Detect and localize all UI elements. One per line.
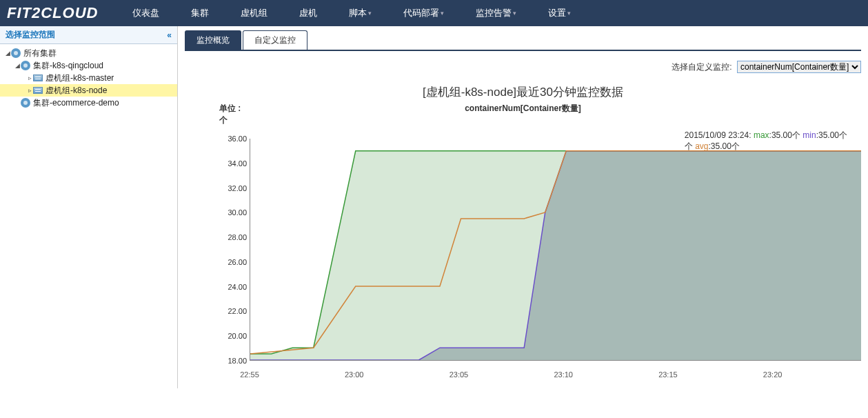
tab-bar: 监控概览 自定义监控 — [185, 30, 861, 51]
tree-label: 虚机组-k8s-master — [46, 72, 114, 84]
collapse-icon[interactable]: « — [167, 30, 172, 40]
chart-unit-label: 单位 : 个 — [185, 103, 247, 126]
group-icon — [33, 87, 43, 94]
cluster-icon — [11, 48, 21, 58]
x-tick: 23:05 — [450, 370, 469, 379]
chart-area: 2015/10/09 23:24: max:35.00个 min:35.00个 … — [219, 126, 861, 381]
brand-logo: FIT2CLOUD — [7, 4, 98, 22]
chart-title: [虚机组-k8s-node]最近30分钟监控数据 — [185, 80, 861, 103]
x-tick: 23:00 — [345, 370, 364, 379]
tree-node-root[interactable]: ◢ 所有集群 — [0, 47, 177, 59]
y-tick: 30.00 — [219, 208, 247, 217]
metric-selector-label: 选择自定义监控: — [672, 62, 731, 72]
spacer-icon — [14, 99, 21, 106]
y-tick: 36.00 — [219, 135, 247, 143]
tree-label: 集群-ecommerce-demo — [33, 97, 119, 109]
cluster-icon — [21, 98, 30, 108]
nav-设置[interactable]: 设置▾ — [534, 7, 585, 19]
tree-node-group-k8s-master[interactable]: ▹ 虚机组-k8s-master — [0, 72, 177, 84]
tree-node-cluster-k8s-qingcloud[interactable]: ◢ 集群-k8s-qingcloud — [0, 59, 177, 72]
metric-selector[interactable]: containerNum[Container数量] — [737, 61, 861, 73]
y-tick: 20.00 — [219, 332, 247, 340]
y-tick: 32.00 — [219, 184, 247, 192]
nav-监控告警[interactable]: 监控告警▾ — [462, 7, 530, 19]
metric-selector-row: 选择自定义监控: containerNum[Container数量] — [185, 58, 861, 80]
chart-series-label: containerNum[Container数量] — [247, 103, 799, 126]
x-tick: 23:20 — [763, 370, 783, 379]
nav-脚本[interactable]: 脚本▾ — [335, 7, 385, 19]
nav-代码部署[interactable]: 代码部署▾ — [390, 7, 458, 19]
chevron-down-icon: ▾ — [567, 10, 571, 17]
top-nav: FIT2CLOUD 仪表盘集群虚机组虚机脚本▾代码部署▾监控告警▾设置▾ — [0, 0, 868, 26]
y-tick: 28.00 — [219, 233, 247, 241]
x-tick: 23:10 — [554, 370, 573, 379]
expand-icon[interactable]: ◢ — [4, 50, 11, 57]
cluster-icon — [21, 61, 30, 70]
tab-overview[interactable]: 监控概览 — [185, 30, 241, 50]
tree-label: 虚机组-k8s-node — [46, 85, 107, 97]
chevron-down-icon: ▾ — [368, 10, 372, 17]
tree-node-cluster-ecommerce-demo[interactable]: 集群-ecommerce-demo — [0, 97, 177, 109]
chevron-down-icon: ▾ — [513, 10, 516, 17]
tree-node-group-k8s-node[interactable]: ▹ 虚机组-k8s-node — [0, 84, 177, 97]
tab-custom[interactable]: 自定义监控 — [243, 30, 307, 50]
expand-icon[interactable]: ▹ — [26, 87, 33, 94]
nav-虚机[interactable]: 虚机 — [285, 7, 331, 19]
nav-虚机组[interactable]: 虚机组 — [227, 7, 281, 19]
expand-icon[interactable]: ◢ — [14, 62, 21, 69]
y-tick: 24.00 — [219, 283, 247, 291]
tree-label: 所有集群 — [23, 48, 57, 59]
x-tick: 23:15 — [658, 370, 678, 379]
tree-label: 集群-k8s-qingcloud — [33, 60, 103, 72]
sidebar: 选择监控范围 « ◢ 所有集群 ◢ 集群-k8s-qingcloud ▹ 虚机组… — [0, 26, 178, 388]
sidebar-title: 选择监控范围 — [6, 29, 55, 41]
chart-svg — [250, 139, 861, 360]
scope-tree: ◢ 所有集群 ◢ 集群-k8s-qingcloud ▹ 虚机组-k8s-mast… — [0, 44, 177, 112]
sidebar-header: 选择监控范围 « — [0, 26, 177, 44]
nav-仪表盘[interactable]: 仪表盘 — [119, 7, 173, 19]
y-tick: 26.00 — [219, 258, 247, 266]
x-tick: 22:55 — [240, 370, 259, 379]
main-panel: 监控概览 自定义监控 选择自定义监控: containerNum[Contain… — [178, 26, 868, 388]
chart-plot[interactable]: 18.0020.0022.0024.0026.0028.0030.0032.00… — [219, 126, 861, 381]
chevron-down-icon: ▾ — [441, 10, 444, 17]
expand-icon[interactable]: ▹ — [26, 74, 33, 81]
nav-集群[interactable]: 集群 — [177, 7, 223, 19]
y-tick: 22.00 — [219, 307, 247, 315]
y-tick: 34.00 — [219, 159, 247, 168]
y-tick: 18.00 — [219, 357, 247, 365]
group-icon — [33, 74, 43, 81]
